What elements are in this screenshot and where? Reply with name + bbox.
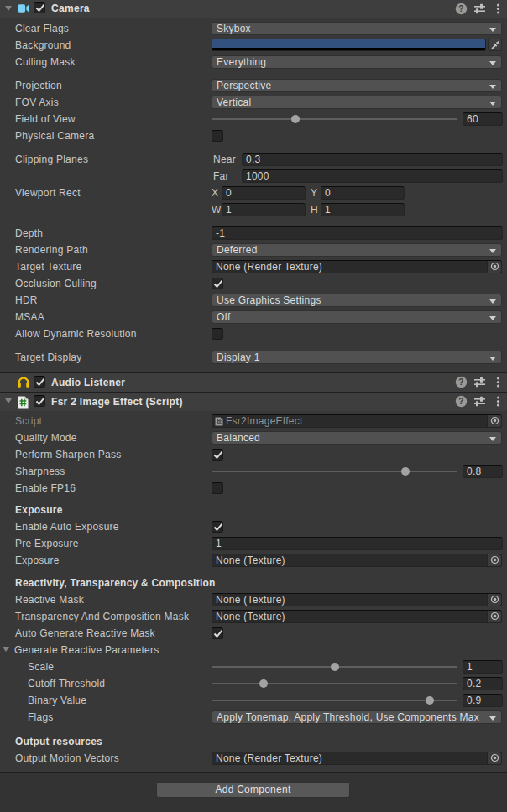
svg-text:?: ? bbox=[458, 377, 463, 387]
svg-text:?: ? bbox=[458, 397, 463, 406]
svg-text:?: ? bbox=[458, 4, 463, 13]
